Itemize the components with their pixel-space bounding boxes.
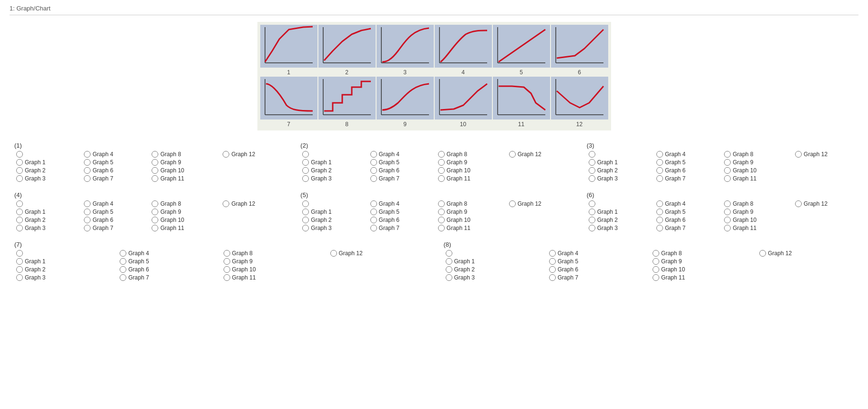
radio-item[interactable]: Graph 7 — [84, 225, 144, 231]
radio-item[interactable]: Graph 10 — [724, 217, 787, 223]
radio-item[interactable]: Graph 7 — [84, 175, 144, 182]
radio-item[interactable]: Graph 6 — [84, 217, 144, 223]
radio-input-q4-Graph 3[interactable] — [16, 225, 23, 231]
radio-input-q6-blank[interactable] — [589, 200, 595, 207]
radio-input-q2-Graph 3[interactable] — [302, 175, 309, 182]
radio-item[interactable] — [759, 274, 858, 281]
radio-item[interactable]: Graph 11 — [152, 225, 215, 231]
radio-item[interactable]: Graph 8 — [224, 250, 323, 257]
radio-item[interactable]: Graph 3 — [589, 175, 649, 182]
radio-item[interactable]: Graph 3 — [16, 274, 112, 281]
radio-input-q8-Graph 2[interactable] — [446, 266, 452, 273]
radio-input-q7-Graph 12[interactable] — [330, 250, 337, 257]
radio-item[interactable]: Graph 11 — [438, 175, 501, 182]
radio-input-q3-Graph 1[interactable] — [589, 159, 595, 166]
radio-item[interactable]: Graph 4 — [84, 200, 144, 207]
radio-item[interactable]: Graph 10 — [224, 266, 323, 273]
radio-item[interactable]: Graph 9 — [724, 209, 787, 215]
radio-input-q2-Graph 6[interactable] — [370, 167, 377, 174]
radio-item[interactable]: Graph 10 — [152, 217, 215, 223]
radio-item[interactable]: Graph 8 — [653, 250, 752, 257]
radio-item[interactable]: Graph 4 — [370, 200, 430, 207]
radio-input-q5-Graph 8[interactable] — [438, 200, 445, 207]
radio-item[interactable]: Graph 4 — [656, 151, 716, 158]
radio-input-q3-Graph 4[interactable] — [656, 151, 663, 158]
radio-input-q3-Graph 10[interactable] — [724, 167, 731, 174]
radio-input-q7-Graph 4[interactable] — [120, 250, 126, 257]
radio-input-q4-Graph 8[interactable] — [152, 200, 158, 207]
radio-input-q2-Graph 2[interactable] — [302, 167, 309, 174]
radio-item[interactable]: Graph 3 — [16, 175, 76, 182]
radio-item[interactable] — [223, 225, 286, 231]
radio-input-q4-Graph 11[interactable] — [152, 225, 158, 231]
radio-item[interactable] — [16, 200, 76, 207]
radio-input-q5-Graph 12[interactable] — [509, 200, 516, 207]
radio-item[interactable]: Graph 1 — [446, 258, 541, 265]
radio-input-q5-Graph 2[interactable] — [302, 217, 309, 223]
radio-input-q4-Graph 5[interactable] — [84, 209, 91, 215]
radio-item[interactable]: Graph 9 — [224, 258, 323, 265]
radio-input-q3-Graph 6[interactable] — [656, 167, 663, 174]
radio-item[interactable]: Graph 6 — [370, 167, 430, 174]
radio-input-q8-Graph 9[interactable] — [653, 258, 659, 265]
radio-item[interactable] — [223, 217, 286, 223]
radio-input-q8-Graph 4[interactable] — [549, 250, 556, 257]
radio-input-q4-Graph 12[interactable] — [223, 200, 229, 207]
radio-item[interactable] — [795, 167, 858, 174]
radio-item[interactable]: Graph 2 — [16, 217, 76, 223]
radio-input-q3-Graph 2[interactable] — [589, 167, 595, 174]
radio-input-q5-Graph 9[interactable] — [438, 209, 445, 215]
radio-item[interactable]: Graph 2 — [589, 167, 649, 174]
radio-item[interactable]: Graph 1 — [589, 209, 649, 215]
radio-input-q6-Graph 11[interactable] — [724, 225, 731, 231]
radio-item[interactable]: Graph 5 — [370, 159, 430, 166]
radio-input-q6-Graph 5[interactable] — [656, 209, 663, 215]
radio-input-q5-Graph 6[interactable] — [370, 217, 377, 223]
radio-item[interactable]: Graph 6 — [549, 266, 645, 273]
radio-input-q3-Graph 11[interactable] — [724, 175, 731, 182]
radio-item[interactable]: Graph 1 — [589, 159, 649, 166]
radio-input-q7-Graph 6[interactable] — [120, 266, 126, 273]
radio-item[interactable] — [759, 266, 858, 273]
radio-item[interactable]: Graph 8 — [438, 151, 501, 158]
radio-item[interactable]: Graph 7 — [370, 225, 430, 231]
radio-item[interactable]: Graph 7 — [656, 225, 716, 231]
radio-item[interactable]: Graph 3 — [302, 175, 362, 182]
radio-item[interactable]: Graph 6 — [370, 217, 430, 223]
radio-item[interactable]: Graph 6 — [656, 217, 716, 223]
radio-input-q7-Graph 8[interactable] — [224, 250, 230, 257]
radio-item[interactable]: Graph 4 — [120, 250, 215, 257]
radio-item[interactable] — [759, 258, 858, 265]
radio-item[interactable]: Graph 5 — [549, 258, 645, 265]
radio-input-q7-Graph 1[interactable] — [16, 258, 23, 265]
radio-item[interactable] — [223, 175, 286, 182]
radio-item[interactable]: Graph 2 — [589, 217, 649, 223]
radio-input-q1-Graph 5[interactable] — [84, 159, 91, 166]
radio-item[interactable]: Graph 11 — [224, 274, 323, 281]
radio-input-q6-Graph 12[interactable] — [795, 200, 802, 207]
radio-input-q5-blank[interactable] — [302, 200, 309, 207]
radio-input-q8-Graph 5[interactable] — [549, 258, 556, 265]
radio-input-q3-Graph 9[interactable] — [724, 159, 731, 166]
radio-item[interactable]: Graph 9 — [152, 209, 215, 215]
radio-item[interactable]: Graph 4 — [84, 151, 144, 158]
radio-item[interactable] — [795, 209, 858, 215]
radio-item[interactable] — [446, 250, 541, 257]
radio-item[interactable]: Graph 1 — [16, 258, 112, 265]
radio-item[interactable] — [795, 217, 858, 223]
radio-input-q5-Graph 10[interactable] — [438, 217, 445, 223]
radio-item[interactable] — [509, 209, 572, 215]
radio-item[interactable]: Graph 5 — [84, 159, 144, 166]
radio-input-q3-Graph 5[interactable] — [656, 159, 663, 166]
radio-item[interactable]: Graph 12 — [223, 151, 286, 158]
radio-item[interactable]: Graph 6 — [84, 167, 144, 174]
radio-input-q1-Graph 7[interactable] — [84, 175, 91, 182]
radio-input-q5-Graph 7[interactable] — [370, 225, 377, 231]
radio-item[interactable] — [509, 217, 572, 223]
radio-input-q1-Graph 10[interactable] — [152, 167, 158, 174]
radio-item[interactable]: Graph 2 — [446, 266, 541, 273]
radio-input-q7-Graph 3[interactable] — [16, 274, 23, 281]
radio-input-q7-Graph 5[interactable] — [120, 258, 126, 265]
radio-item[interactable]: Graph 12 — [509, 200, 572, 207]
radio-input-q1-Graph 12[interactable] — [223, 151, 229, 158]
